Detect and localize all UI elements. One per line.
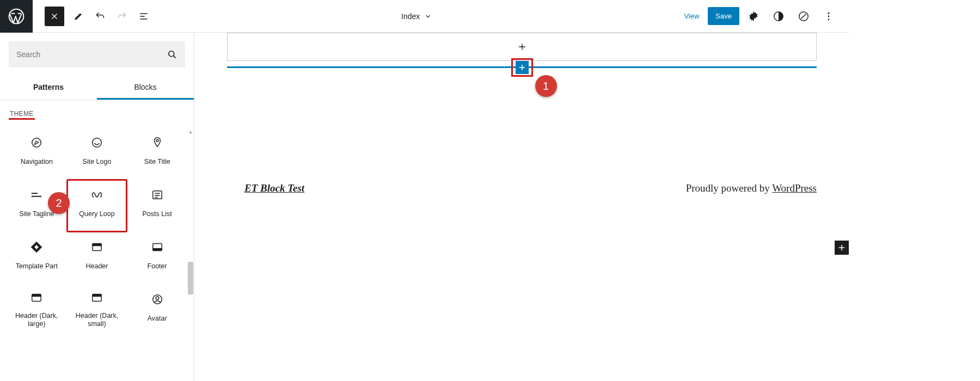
block-label: Template Part [16,262,58,271]
svg-point-7 [169,51,174,57]
save-button[interactable]: Save [708,7,739,25]
block-label: Query Loop [79,210,114,219]
svg-point-8 [32,138,41,148]
tab-blocks[interactable]: Blocks [97,76,194,100]
svg-point-5 [828,15,830,17]
svg-point-4 [828,12,830,14]
editor-topbar: Index View Save [0,0,849,33]
block-inserter-panel: Patterns Blocks THEME Navigation Site Lo… [0,33,194,381]
svg-point-23 [156,297,159,300]
redo-icon [117,11,127,22]
block-query-loop[interactable]: Query Loop [67,180,127,232]
close-inserter-button[interactable] [45,7,64,26]
header-dark-icon [91,292,103,304]
loop-icon [90,190,103,199]
search-icon [167,49,177,60]
gear-icon [748,10,759,22]
tab-patterns[interactable]: Patterns [0,76,97,100]
template-footer: ET Block Test Proudly powered by WordPre… [227,182,817,194]
block-label: Header [85,262,108,271]
editor-canvas: 1 ET Block Test Proudly powered by WordP… [194,33,849,381]
compass-icon [30,137,42,149]
view-link[interactable]: View [678,9,705,23]
footer-icon [151,241,163,253]
tagline-icon [30,191,42,199]
annotation-callout-2: 2 [48,192,70,214]
svg-point-6 [828,19,830,20]
pencil-icon [73,11,84,22]
undo-button[interactable] [89,5,111,27]
contrast-icon [773,10,785,22]
plus-icon [516,41,528,53]
floating-add-block-button[interactable] [835,241,849,255]
block-label: Site Title [144,158,170,167]
block-template-part[interactable]: Template Part [7,232,67,284]
inline-inserter-button[interactable] [516,61,529,74]
smiley-icon [91,137,103,149]
pin-icon [151,137,163,149]
close-icon [50,11,59,21]
block-header-dark-small[interactable]: Header (Dark, small) [67,284,127,336]
svg-rect-21 [93,294,102,297]
plus-icon [517,63,527,72]
svg-rect-15 [93,244,102,247]
compass-circle-icon [798,10,810,22]
wordpress-link[interactable]: WordPress [772,182,817,194]
edit-tool-button[interactable] [68,5,89,27]
block-label: Site Tagline [19,210,54,219]
document-title[interactable]: Index [401,12,420,21]
footer-credit-text: Proudly powered by [686,182,773,194]
svg-rect-17 [152,248,162,251]
list-view-button[interactable] [133,5,155,27]
block-avatar[interactable]: Avatar [127,284,187,336]
scroll-thumb[interactable] [188,262,193,294]
styles-button[interactable] [768,5,789,27]
sidebar-scrollbar[interactable]: ▴ [188,128,193,381]
block-label: Navigation [21,158,53,167]
block-posts-list[interactable]: Posts List [127,180,187,232]
search-input[interactable] [16,50,167,59]
kebab-icon [823,11,834,22]
undo-icon [95,11,106,22]
block-header-dark-large[interactable]: Header (Dark, large) [7,284,67,336]
settings-button[interactable] [743,5,764,27]
footer-credit: Proudly powered by WordPress [686,182,817,194]
list-card-icon [151,189,163,201]
wordpress-logo[interactable] [0,0,33,33]
more-menu-button[interactable] [818,5,840,27]
header-dark-icon [30,292,42,304]
plus-icon [837,243,847,253]
wordpress-icon [8,8,25,25]
inserter-tabs: Patterns Blocks [0,76,194,100]
block-label: Posts List [143,210,172,219]
header-icon [91,241,103,253]
svg-rect-19 [32,294,41,297]
svg-point-10 [156,139,158,142]
svg-point-9 [93,138,102,148]
block-navigation[interactable]: Navigation [7,127,67,180]
block-grid: Navigation Site Logo Site Title Site Tag… [0,118,194,336]
block-footer[interactable]: Footer [127,232,187,284]
avatar-icon [151,293,163,305]
footer-site-title[interactable]: ET Block Test [227,182,304,194]
block-site-logo[interactable]: Site Logo [67,127,127,180]
block-label: Header (Dark, large) [9,312,65,329]
scroll-up-arrow[interactable]: ▴ [188,128,193,135]
annotation-callout-1: 1 [535,75,557,97]
chevron-down-icon [424,13,432,20]
redo-button[interactable] [111,5,133,27]
search-box[interactable] [9,41,185,67]
block-label: Avatar [148,315,167,323]
list-view-icon [138,11,149,22]
speed-button[interactable] [793,5,814,27]
block-header[interactable]: Header [67,232,127,284]
block-site-title[interactable]: Site Title [127,127,187,180]
empty-block-placeholder[interactable] [227,33,817,61]
block-inserter-line: 1 [227,66,817,68]
block-label: Header (Dark, small) [69,312,125,329]
block-label: Footer [148,262,167,271]
template-part-icon [30,241,42,253]
section-title-theme: THEME [10,110,34,118]
block-label: Site Logo [83,158,112,167]
